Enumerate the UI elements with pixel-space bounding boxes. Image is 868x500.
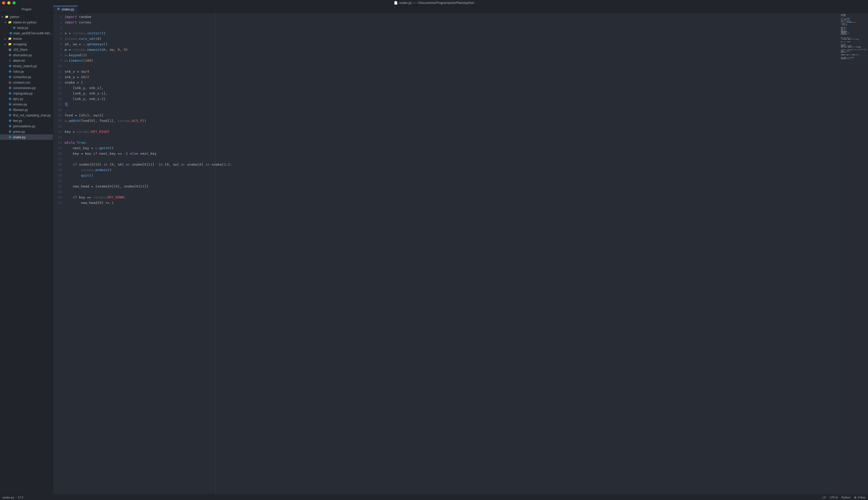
code-line[interactable]: quit() <box>65 173 868 178</box>
svg-point-14 <box>9 130 11 133</box>
folder-icon: 📁 <box>8 37 12 41</box>
tree-item[interactable]: errores.py <box>0 102 53 107</box>
tree-item[interactable]: ahorcados.py <box>0 52 53 58</box>
code-line[interactable]: if snake[0][0] in [0, sh] or snake[0][1]… <box>65 162 868 167</box>
python-icon <box>8 65 12 67</box>
tree-item[interactable]: leer.py <box>0 118 53 123</box>
tree-item[interactable]: binary_search.py <box>0 63 53 69</box>
tab-snake-py[interactable]: snake.py <box>53 6 78 13</box>
code-line[interactable]: new_head = [snake[0][0], snake[0][1]] <box>65 184 868 189</box>
code-line[interactable]: curses.endwin() <box>65 167 868 173</box>
chevron-right-icon[interactable]: ▸ <box>5 43 8 46</box>
tree-item[interactable]: ▾📁python <box>0 14 53 20</box>
tree-item[interactable]: ▸📁morse <box>0 36 53 42</box>
chevron-right-icon[interactable]: ▸ <box>5 37 8 40</box>
tree-item[interactable]: ▾📁clases en python <box>0 20 53 25</box>
code-line[interactable] <box>65 189 868 194</box>
code-line[interactable]: ] <box>65 102 868 107</box>
tree-item[interactable]: ≡aleph.txt <box>0 58 53 63</box>
close-window-button[interactable] <box>2 1 5 4</box>
code-line[interactable]: [snk_y, snk_x], <box>65 85 868 91</box>
code-line[interactable]: s = curses.initscr() <box>65 31 868 36</box>
status-files-label: 0 files <box>858 496 865 499</box>
editor-body[interactable]: 1234567891011121314151617181920212223242… <box>53 13 868 494</box>
tree-item[interactable]: permutations.py <box>0 123 53 129</box>
status-filename[interactable]: snake.py <box>3 496 14 499</box>
code-line[interactable]: import random <box>65 14 868 20</box>
status-files[interactable]: 🗎 0 files <box>854 496 865 499</box>
code-content[interactable]: import randomimport cursess = curses.ini… <box>65 13 868 494</box>
python-icon <box>8 54 12 57</box>
code-line[interactable] <box>65 63 868 69</box>
code-line[interactable]: snake = [ <box>65 80 868 85</box>
status-encoding[interactable]: UTF-8 <box>830 496 838 499</box>
file-tree[interactable]: ▾📁python▾📁clases en pythonlamp.pymain_ae… <box>0 13 53 494</box>
code-line[interactable]: snk_y = sh/2 <box>65 74 868 80</box>
tree-item[interactable]: first_not_repeating_char.py <box>0 113 53 118</box>
python-icon <box>8 103 12 106</box>
code-line[interactable]: curses.curs_set(0) <box>65 36 868 42</box>
code-line[interactable]: [snk_y, snk_x-2] <box>65 96 868 102</box>
tree-item[interactable]: snake.py <box>0 134 53 140</box>
code-line[interactable]: w = curses.newwin(sh, sw, 0, 0) <box>65 47 868 52</box>
code-line[interactable]: while True: <box>65 140 868 145</box>
code-line[interactable] <box>65 25 868 31</box>
code-line[interactable]: [snk_y, snk_x-1], <box>65 91 868 96</box>
code-line[interactable]: import curses <box>65 20 868 25</box>
minimap[interactable] <box>839 13 868 494</box>
csv-icon: ▤ <box>8 81 12 84</box>
python-icon <box>8 98 12 100</box>
tree-item[interactable]: conversiones.py <box>0 85 53 91</box>
code-line[interactable]: sh, sw = s.getmaxyx() <box>65 42 868 47</box>
code-line[interactable]: snk_x = sw/4 <box>65 69 868 74</box>
tree-item[interactable]: fibonaci.py <box>0 107 53 113</box>
main-layout: Project ▾📁python▾📁clases en pythonlamp.p… <box>0 6 868 494</box>
tree-item[interactable]: ▤contacts.csv <box>0 80 53 85</box>
code-line[interactable]: key = curses.KEY_RIGHT <box>65 129 868 134</box>
tree-item-label: snake.py <box>13 135 25 139</box>
svg-point-0 <box>13 26 15 29</box>
folder-icon: 📁 <box>8 21 12 24</box>
tree-item[interactable]: color.py <box>0 69 53 74</box>
tree-item[interactable]: primo.py <box>0 129 53 134</box>
code-line[interactable] <box>65 134 868 140</box>
svg-point-13 <box>9 125 11 127</box>
code-line[interactable] <box>65 156 868 162</box>
tree-item[interactable]: ▦.DS_Store <box>0 47 53 52</box>
tree-item-label: primo.py <box>13 130 25 134</box>
titlebar: 📄 snake.py — ~/Documents/Programación/Pl… <box>0 0 868 6</box>
chevron-down-icon[interactable]: ▾ <box>2 16 5 18</box>
tree-item[interactable]: main_aed367e0-ec68-4d3… <box>0 31 53 36</box>
code-line[interactable]: key = key if next_key == -1 else next_ke… <box>65 151 868 156</box>
status-language[interactable]: Python <box>842 496 850 499</box>
minimize-window-button[interactable] <box>7 1 10 4</box>
tree-item[interactable]: ▸📁scrapping <box>0 42 53 47</box>
code-line[interactable]: next_key = w.getch() <box>65 145 868 151</box>
tree-item[interactable]: contactlist.py <box>0 74 53 80</box>
python-icon <box>8 70 12 73</box>
python-icon <box>8 87 12 89</box>
code-line[interactable] <box>65 107 868 113</box>
sidebar: Project ▾📁python▾📁clases en pythonlamp.p… <box>0 6 53 494</box>
code-line[interactable]: w.timeout(100) <box>65 58 868 63</box>
code-line[interactable] <box>65 123 868 129</box>
chevron-down-icon[interactable]: ▾ <box>5 21 8 24</box>
code-line[interactable]: new_head[0] += 1 <box>65 200 868 205</box>
code-line[interactable] <box>65 178 868 184</box>
code-line[interactable]: w.addch(food[0], food[1], curses.ACS_PI) <box>65 118 868 123</box>
tree-item-label: eje1.py <box>13 97 23 101</box>
svg-point-3 <box>9 65 11 67</box>
traffic-lights <box>0 1 16 4</box>
python-icon <box>9 32 12 35</box>
status-line-ending[interactable]: LF <box>823 496 826 499</box>
code-line[interactable]: food = [sh/2, sw/2] <box>65 113 868 118</box>
tree-item[interactable]: eje1.py <box>0 96 53 102</box>
status-cursor-position[interactable]: 17:2 <box>18 496 23 499</box>
code-line[interactable]: w.keypad(1) <box>65 52 868 58</box>
file-icon: 🗎 <box>854 496 857 499</box>
python-icon <box>8 119 12 122</box>
maximize-window-button[interactable] <box>12 1 16 4</box>
tree-item[interactable]: criptografia.py <box>0 91 53 96</box>
code-line[interactable]: if key == curses.KEY_DOWN: <box>65 194 868 200</box>
tree-item[interactable]: lamp.py <box>0 25 53 31</box>
